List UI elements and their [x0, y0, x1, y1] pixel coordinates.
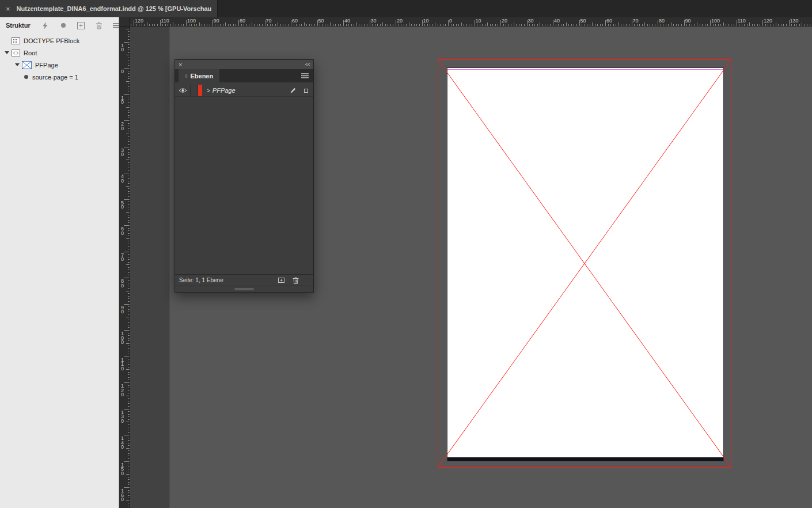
flash-icon[interactable]: [41, 21, 50, 30]
attribute-bullet-icon: [24, 75, 28, 79]
layer-target-square[interactable]: [304, 89, 308, 93]
structure-panel-title: Struktur: [6, 22, 31, 29]
horizontal-ruler[interactable]: 1201101009080706050403020100102030405060…: [130, 17, 812, 26]
disclosure-arrow-icon[interactable]: >: [207, 88, 210, 94]
tree-item-root[interactable]: Root: [0, 47, 119, 59]
page-frame-icon: [22, 61, 32, 69]
tree-item-source-page[interactable]: source-page = 1: [0, 71, 119, 83]
workspace: 1201101009080706050403020100102030405060…: [119, 17, 812, 508]
page-bottom-object[interactable]: [447, 457, 723, 461]
layers-panel-tabrow: ◊ Ebenen: [175, 69, 313, 82]
ruler-origin-corner[interactable]: [119, 17, 130, 26]
main-area: Struktur: [0, 17, 812, 508]
layer-color-swatch: [198, 85, 202, 96]
layers-tab-label: Ebenen: [190, 73, 213, 79]
add-element-icon[interactable]: [77, 21, 86, 30]
layer-name[interactable]: PFPage: [213, 87, 290, 94]
tab-close-icon[interactable]: ×: [6, 5, 10, 13]
indesign-window: × Nutzentemplate_DINA6_endformat.indd @ …: [0, 0, 812, 508]
collapse-panel-icon[interactable]: <<: [305, 62, 310, 67]
layers-panel-statusbar: Seite: 1, 1 Ebene: [175, 274, 313, 286]
document-tab-bar: × Nutzentemplate_DINA6_endformat.indd @ …: [0, 0, 812, 17]
layer-row-pfpage[interactable]: > PFPage: [175, 85, 313, 97]
document-page[interactable]: [447, 68, 723, 461]
layers-status-text: Seite: 1, 1 Ebene: [179, 277, 278, 283]
pasteboard-edge: [130, 26, 170, 508]
tree-item-doctype[interactable]: DOCTYPE PFBlock: [0, 35, 119, 47]
lock-cell[interactable]: [191, 85, 198, 96]
pencil-icon: [290, 87, 297, 94]
document-tab[interactable]: × Nutzentemplate_DINA6_endformat.indd @ …: [0, 0, 218, 17]
structure-panel: Struktur: [0, 17, 119, 508]
visibility-eye-icon[interactable]: [175, 85, 191, 96]
structure-toolbar: [41, 21, 123, 30]
tree-label: DOCTYPE PFBlock: [24, 37, 79, 44]
vertical-ruler[interactable]: 1 001 02 03 04 05 06 07 08 09 01 0 01 1 …: [119, 26, 130, 508]
tree-label: source-page = 1: [32, 74, 78, 81]
layers-panel: × << ◊ Ebenen: [174, 59, 314, 293]
grip-handle: [234, 288, 254, 290]
panel-menu-icon[interactable]: [301, 69, 309, 82]
document-title: Nutzentemplate_DINA6_endformat.indd @ 12…: [17, 5, 211, 12]
attribute-dot-icon[interactable]: [59, 21, 68, 30]
delete-layer-trash-icon[interactable]: [293, 277, 299, 284]
close-icon[interactable]: ×: [179, 62, 182, 68]
new-layer-icon[interactable]: [278, 277, 285, 283]
tree-label: Root: [24, 50, 37, 56]
margin-guide: [447, 69, 723, 70]
pasteboard-canvas[interactable]: × << ◊ Ebenen: [130, 26, 812, 508]
panel-tab-marker-icon: ◊: [185, 73, 187, 79]
tree-label: PFPage: [35, 62, 58, 69]
structure-panel-header: Struktur: [0, 17, 119, 33]
structure-tree: DOCTYPE PFBlock Root PFPage: [0, 33, 119, 83]
element-icon: [12, 50, 20, 56]
panel-resize-grip[interactable]: [175, 286, 313, 292]
tab-ebenen[interactable]: ◊ Ebenen: [179, 69, 219, 82]
tree-item-pfpage[interactable]: PFPage: [0, 59, 119, 71]
doctype-icon: [12, 37, 20, 44]
chevron-down-icon[interactable]: [2, 48, 12, 58]
layers-list: > PFPage: [175, 82, 313, 274]
layers-panel-titlebar[interactable]: × <<: [175, 60, 313, 69]
chevron-down-icon[interactable]: [13, 60, 22, 70]
trash-icon[interactable]: [94, 21, 104, 30]
